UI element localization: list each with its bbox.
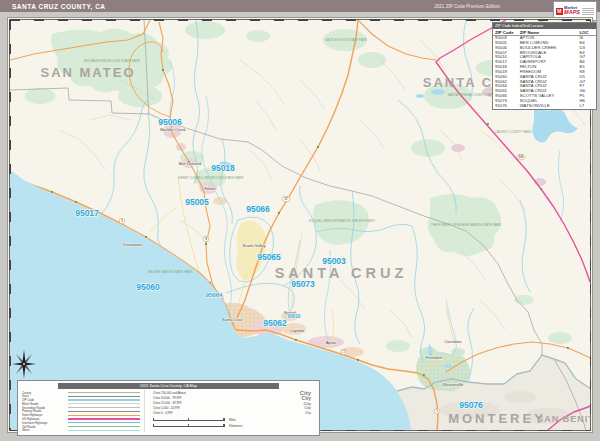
park-label: SOQUEL DEMONSTRATION STATE FOREST (309, 219, 375, 223)
legend-line-sample (68, 430, 140, 431)
zip-code-label: 95003 (322, 256, 346, 266)
legend-title: 2021 Santa Cruz County, CA Map (58, 383, 279, 389)
logo-mark-icon: M (556, 8, 563, 15)
town-label: Boulder Creek (160, 127, 186, 132)
zip-code-label: 95066 (246, 204, 270, 214)
zip-code-label: 95010 (288, 314, 301, 319)
zip-code-label: 95065 (257, 252, 281, 262)
legend-line-sample (68, 407, 140, 408)
zip-code-label: 95064 (206, 292, 223, 298)
scale-bar-kilometers: Kilometers (153, 424, 311, 428)
park-label: BIG BASIN REDWOODS STATE PARK (84, 59, 141, 63)
park-label: SANTA TERESA COUNTY PARK (447, 93, 495, 97)
scale-bar-miles: Miles (153, 418, 311, 422)
zip-index-table: ZIP Code Index/Grid Locator ZIP Code ZIP… (492, 22, 597, 110)
legend-right-column: Cities 250,000 and AboveCityCities 50,00… (144, 390, 319, 433)
legend-line-items: CountyStateZIP CodeMinor RoadsSecondary … (18, 390, 144, 433)
edition-label: 2021 ZIP Code Premium Edition (434, 4, 500, 9)
town-label: Freedom (426, 355, 443, 360)
zip-code-label: 95017 (75, 208, 99, 218)
park-label: HENRY COWELL REDWOODS STATE PARK (178, 176, 244, 180)
logo-name-bottom: MAPS (564, 10, 580, 16)
zip-code-label: 95060 (136, 282, 160, 292)
park-label: THE FOREST OF NISENE MARKS STATE PARK (431, 223, 502, 227)
legend-city-classes: Cities 250,000 and AboveCityCities 50,00… (153, 391, 311, 416)
town-label: Scotts Valley (243, 243, 266, 248)
legend-city-sample: City (303, 401, 311, 406)
legend-line-sample (68, 392, 140, 393)
logo-address-lines (582, 8, 594, 15)
legend-line-sample (68, 426, 140, 427)
zip-code-label: 95062 (263, 318, 287, 328)
park-label: WILDER RANCH STATE PARK (148, 270, 194, 274)
ruler-miles (153, 418, 225, 422)
town-label: Corralitos (444, 339, 461, 344)
county-label: MONTEREY (448, 411, 546, 426)
map-legend: 2021 Santa Cruz County, CA Map CountySta… (17, 380, 320, 436)
legend-line-sample (68, 396, 140, 397)
park-label: CALERO COUNTY PARK (495, 130, 533, 134)
legend-city-class: Cities 0 - 4,999City (153, 411, 311, 416)
county-label: SAN BENITO (537, 414, 590, 424)
legend-city-sample: City (305, 411, 311, 415)
ruler-kilometers (153, 424, 225, 428)
zip-code-label: 95005 (185, 197, 209, 207)
zip-code-label: 95073 (291, 279, 315, 289)
legend-line-sample (68, 422, 140, 423)
highway-shield-number: 17 (284, 197, 288, 201)
town-label: Watsonville (443, 382, 464, 387)
title-bar: SANTA CRUZ COUNTY, CA 2021 ZIP Code Prem… (0, 0, 600, 12)
town-label: Capitola (290, 328, 305, 333)
map-title: SANTA CRUZ COUNTY, CA (12, 3, 106, 10)
highway-shield-number: 101 (518, 155, 523, 159)
town-label: Aptos (326, 340, 336, 345)
grid-ticks-top (10, 19, 590, 21)
zip-code-label: 95076 (459, 400, 483, 410)
county-label: SAN MATEO (40, 65, 135, 80)
legend-line-sample (68, 415, 140, 416)
legend-line-sample (68, 399, 140, 400)
zip-code-label: 95018 (211, 163, 235, 173)
legend-line-sample (68, 403, 140, 404)
legend-city-sample: City (305, 406, 311, 410)
legend-line-sample (68, 418, 140, 419)
town-label: Santa Cruz (222, 317, 242, 322)
legend-line-item: Water (22, 429, 140, 433)
town-label: Davenport (124, 242, 143, 247)
park-label: CASTLE ROCK STATE PARK (325, 38, 368, 42)
town-label: Ben Lomond (179, 161, 202, 166)
zip-table-row: 95076WATSONVILLEL7 (493, 104, 596, 109)
zip-code-wall-map: SANTA CRUZ COUNTY, CA 2021 ZIP Code Prem… (0, 0, 600, 441)
town-label: Felton (204, 186, 215, 191)
compass-rose (11, 349, 37, 379)
legend-line-sample (68, 411, 140, 412)
zip-code-label: 95006 (158, 117, 182, 127)
